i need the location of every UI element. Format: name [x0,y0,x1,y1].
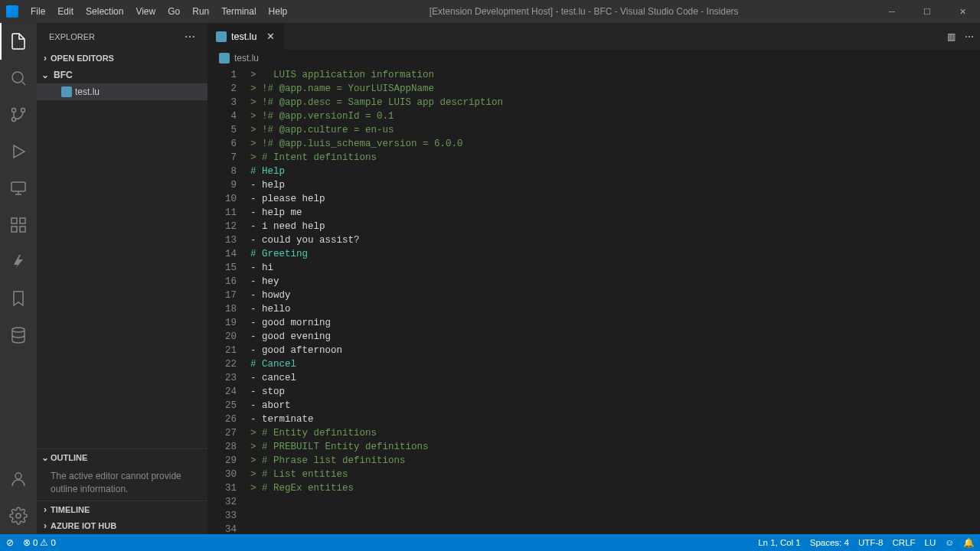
source-control-activity[interactable] [0,96,37,133]
code-line[interactable]: > LUIS application information [250,68,980,82]
line-number: 34 [208,523,237,534]
code-line[interactable]: # Cancel [250,357,980,371]
code-line[interactable]: - hi [250,261,980,275]
line-number: 18 [208,302,237,316]
menu-view[interactable]: View [129,2,162,21]
close-window-button[interactable]: ✕ [945,0,980,23]
problems-status[interactable]: ⊗0 ⚠0 [23,537,56,548]
title-bar: FileEditSelectionViewGoRunTerminalHelp [… [0,0,980,23]
code-line[interactable]: > !# @app.culture = en-us [250,123,980,137]
window-title: [Extension Development Host] - test.lu -… [293,6,874,17]
code-line[interactable]: > # RegEx entities [250,481,980,495]
code-line[interactable]: - good afternoon [250,344,980,357]
cursor-position[interactable]: Ln 1, Col 1 [758,538,801,547]
lu-file-icon [219,53,230,64]
tab-close-button[interactable]: ✕ [264,31,276,43]
code-line[interactable]: # Greeting [250,247,980,261]
remote-icon [9,179,28,197]
code-line[interactable]: - good morning [250,316,980,330]
code-line[interactable]: # Help [250,165,980,178]
timeline-header[interactable]: › TIMELINE [37,500,207,517]
code-line[interactable]: - i need help [250,220,980,233]
azure-label: AZURE IOT HUB [51,521,116,530]
code-line[interactable]: > !# @app.desc = Sample LUIS app descrip… [250,96,980,109]
language-mode[interactable]: LU [925,538,936,547]
code-line[interactable]: > # Phrase list definitions [250,454,980,468]
code-line[interactable]: - could you assist? [250,233,980,247]
database-icon [9,326,28,344]
menu-terminal[interactable]: Terminal [215,2,262,21]
code-line[interactable]: > !# @app.luis_schema_version = 6.0.0 [250,137,980,151]
split-editor-icon[interactable]: ▥ [947,31,956,42]
menu-help[interactable]: Help [263,2,294,21]
code-line[interactable]: - please help [250,192,980,206]
encoding-status[interactable]: UTF-8 [858,538,884,547]
feedback-icon[interactable]: ☺ [945,538,954,547]
menu-file[interactable]: File [24,2,51,21]
notifications-icon[interactable]: 🔔 [963,537,974,548]
code-line[interactable]: - help [250,178,980,192]
code-line[interactable]: > # Entity definitions [250,426,980,440]
remote-activity[interactable] [0,170,37,207]
remote-status[interactable]: ⊘ [6,537,14,548]
error-count: 0 [33,538,38,547]
breadcrumb[interactable]: test.lu [208,50,980,67]
gear-icon [9,507,28,525]
line-number: 7 [208,151,237,165]
lu-file-icon [216,31,227,42]
menu-selection[interactable]: Selection [80,2,129,21]
outline-header[interactable]: ⌄ OUTLINE [37,448,207,465]
run-activity[interactable] [0,133,37,170]
main-container: EXPLORER ⋯ › OPEN EDITORS ⌄ BFC test.lu … [0,23,980,534]
person-icon [9,470,28,488]
menu-go[interactable]: Go [162,2,186,21]
code-editor[interactable]: 1234567891011121314151617181920212223242… [208,67,980,534]
sidebar-more-icon[interactable]: ⋯ [185,31,195,43]
line-number: 11 [208,206,237,220]
eol-status[interactable]: CRLF [893,538,916,547]
maximize-button[interactable]: ☐ [910,0,945,23]
code-line[interactable]: > # PREBUILT Entity definitions [250,440,980,454]
indentation-status[interactable]: Spaces: 4 [810,538,849,547]
code-line[interactable]: > # Intent definitions [250,151,980,165]
minimize-button[interactable]: ─ [874,0,910,23]
line-number: 19 [208,316,237,330]
vscode-logo-icon [6,5,18,18]
error-icon: ⊗ [23,537,31,548]
sidebar-file-testlu[interactable]: test.lu [37,83,207,100]
chevron-right-icon: › [40,53,51,64]
code-content[interactable]: > LUIS application information> !# @app.… [250,68,980,534]
open-editors-header[interactable]: › OPEN EDITORS [37,50,207,67]
code-line[interactable]: - abort [250,399,980,412]
azure-header[interactable]: › AZURE IOT HUB [37,517,207,534]
code-line[interactable]: - help me [250,206,980,220]
menu-run[interactable]: Run [186,2,215,21]
accounts-activity[interactable] [0,461,37,497]
code-line[interactable]: - stop [250,385,980,399]
code-line[interactable]: - terminate [250,412,980,426]
code-line[interactable]: - hello [250,302,980,316]
code-line[interactable]: - good evening [250,330,980,344]
bookmark-activity[interactable] [0,280,37,317]
code-line[interactable]: > !# @app.versionId = 0.1 [250,109,980,123]
editor-area: test.lu ✕ ▥ ⋯ test.lu 123456789101112131… [208,23,980,534]
tab-testlu[interactable]: test.lu ✕ [208,23,285,50]
code-line[interactable]: - cancel [250,371,980,385]
database-activity[interactable] [0,317,37,354]
code-line[interactable]: > # List entities [250,468,980,481]
svg-point-2 [12,118,16,122]
explorer-activity[interactable] [0,23,37,60]
code-line[interactable]: - hey [250,275,980,289]
azure-activity[interactable] [0,243,37,280]
chevron-right-icon: › [40,520,51,531]
search-activity[interactable] [0,60,37,96]
code-line[interactable]: > !# @app.name = YourLUISAppName [250,82,980,96]
sidebar-folder[interactable]: ⌄ BFC [37,67,207,83]
more-actions-icon[interactable]: ⋯ [965,31,974,42]
chevron-right-icon: › [40,504,51,515]
menu-edit[interactable]: Edit [51,2,80,21]
line-number: 6 [208,137,237,151]
code-line[interactable]: - howdy [250,289,980,302]
extensions-activity[interactable] [0,207,37,243]
settings-activity[interactable] [0,497,37,534]
